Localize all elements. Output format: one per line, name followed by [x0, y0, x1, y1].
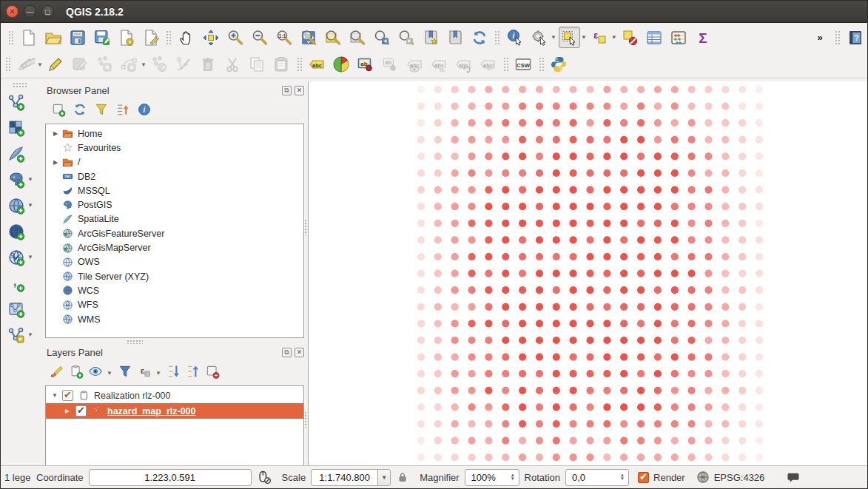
select-by-expression-button[interactable]: ε — [589, 27, 610, 48]
new-shapefile-layer-button[interactable] — [5, 324, 27, 345]
deselect-all-button[interactable] — [619, 27, 641, 48]
zoom-last-button[interactable] — [371, 27, 392, 48]
browser-item-db2[interactable]: DB2DB2 — [46, 169, 303, 183]
new-bookmark-button[interactable] — [420, 27, 441, 48]
toolbar-grip[interactable] — [539, 57, 544, 72]
browser-item-spatialite[interactable]: SpatiaLite — [46, 212, 303, 226]
layer-expand-arrow[interactable]: ▶ — [65, 408, 75, 414]
add-wfs-layer-button-dropdown[interactable]: ▼ — [27, 254, 33, 260]
layers-panel-close-button[interactable]: ✕ — [295, 348, 304, 357]
zoom-full-button[interactable] — [297, 27, 319, 48]
browser-item-arcgismapserver[interactable]: ArcGisMapServer — [46, 240, 303, 254]
add-vector-layer-button[interactable] — [5, 91, 27, 112]
coordinate-input[interactable]: 1.223,0.591 — [89, 469, 252, 486]
identify-button[interactable]: i — [504, 27, 525, 48]
add-mssql-layer-button[interactable] — [5, 195, 27, 216]
zoom-out-button[interactable] — [249, 27, 270, 48]
layer-group-row[interactable]: ▼ ✔ Realization rlz-000 — [46, 388, 303, 403]
add-raster-layer-button[interactable] — [5, 117, 27, 138]
statistics-button[interactable]: Σ — [693, 27, 714, 48]
browser-item-home[interactable]: ▶Home — [46, 127, 303, 141]
scale-lock-icon[interactable] — [397, 471, 408, 484]
add-group-button[interactable] — [69, 364, 84, 382]
select-features-button-dropdown[interactable]: ▼ — [581, 34, 587, 41]
toggle-editing-button[interactable] — [45, 54, 67, 75]
browser-item-tile-server-xyz-[interactable]: Tile Server (XYZ) — [46, 269, 303, 283]
new-shapefile-layer-button-dropdown[interactable]: ▼ — [27, 331, 33, 338]
scale-combobox[interactable]: 1:1.740.800▼ — [311, 469, 391, 486]
layer-styling-button[interactable] — [50, 364, 64, 382]
toolbar-grip[interactable] — [835, 30, 840, 45]
browser-tree[interactable]: ▶HomeFavourites▶/DB2DB2MSSQLPostGISSpati… — [45, 124, 304, 338]
show-bookmarks-button[interactable] — [444, 27, 465, 48]
collapse-all-button[interactable] — [115, 102, 130, 120]
group-visibility-checkbox[interactable]: ✔ — [62, 390, 73, 401]
pan-to-selection-button[interactable] — [200, 27, 221, 48]
browser-item-postgis[interactable]: PostGIS — [46, 198, 303, 212]
zoom-native-button[interactable]: 1:1 — [273, 27, 295, 48]
feature-action-button[interactable] — [528, 27, 550, 48]
browser-panel-float-button[interactable]: ⧉ — [282, 86, 292, 95]
messages-bubble-icon[interactable] — [785, 471, 801, 484]
window-minimize-button[interactable]: — — [24, 5, 36, 18]
field-calculator-button[interactable] — [668, 27, 690, 48]
circular-string-button-dropdown[interactable]: ▼ — [141, 61, 147, 68]
browser-item-mssql[interactable]: MSSQL — [46, 183, 303, 198]
pan-map-button[interactable] — [175, 27, 197, 48]
browser-item-wms[interactable]: WMS — [46, 312, 303, 326]
save-project-as-button[interactable] — [91, 27, 112, 48]
toolbar-grip[interactable] — [503, 57, 508, 72]
expand-arrow[interactable]: ▶ — [50, 130, 61, 137]
toolbar-grip[interactable] — [13, 82, 27, 87]
expand-all-button[interactable] — [166, 364, 181, 382]
diagram-button[interactable] — [331, 54, 352, 75]
refresh-browser-button[interactable] — [73, 102, 87, 120]
browser-item-arcgisfeatureserver[interactable]: ArcGisFeatureServer — [46, 226, 303, 240]
toolbar-grip[interactable] — [5, 57, 10, 72]
properties-widget-button[interactable]: i — [137, 102, 152, 120]
expression-filter-button-dropdown[interactable]: ▼ — [155, 370, 161, 377]
add-postgis-layer-button-dropdown[interactable]: ▼ — [27, 176, 33, 183]
new-project-button[interactable] — [18, 27, 39, 48]
browser-item-wcs[interactable]: WCS — [46, 283, 303, 297]
open-project-button[interactable] — [42, 27, 64, 48]
render-checkbox[interactable]: ✔ — [638, 472, 649, 483]
select-features-button[interactable] — [559, 27, 580, 48]
layers-panel-float-button[interactable]: ⧉ — [282, 348, 292, 357]
add-postgis-layer-button[interactable] — [5, 169, 27, 190]
new-composer-button[interactable] — [115, 27, 137, 48]
scale-dropdown-arrow[interactable]: ▼ — [377, 470, 390, 485]
zoom-to-layer-button[interactable] — [322, 27, 343, 48]
composer-manager-button[interactable] — [140, 27, 161, 48]
browser-item-wfs[interactable]: WFS — [46, 298, 303, 312]
metasearch-csw-button[interactable]: CSW — [513, 54, 534, 75]
zoom-next-button[interactable] — [395, 27, 417, 48]
zoom-in-button[interactable] — [224, 27, 246, 48]
save-project-button[interactable] — [67, 27, 88, 48]
add-delimited-text-button[interactable]: , — [5, 272, 27, 294]
add-db2-layer-button[interactable] — [5, 220, 27, 242]
feature-action-button-dropdown[interactable]: ▼ — [551, 34, 556, 41]
toolbar-grip[interactable] — [297, 57, 302, 72]
browser-panel-close-button[interactable]: ✕ — [295, 86, 304, 95]
current-edits-button-dropdown[interactable]: ▼ — [37, 61, 43, 68]
python-console-button[interactable] — [548, 54, 570, 75]
manage-visibility-button[interactable] — [88, 364, 103, 382]
layers-tree[interactable]: ▼ ✔ Realization rlz-000 ▶ ✔ hazard_map_r… — [45, 385, 304, 470]
browser-item-favourites[interactable]: Favourites — [46, 141, 303, 155]
add-selected-layers-button[interactable] — [51, 102, 66, 120]
attribute-table-button[interactable] — [644, 27, 665, 48]
filter-browser-button[interactable] — [94, 102, 109, 120]
group-collapse-arrow[interactable]: ▼ — [52, 392, 62, 399]
window-maximize-button[interactable]: ◻ — [41, 5, 54, 18]
window-close-button[interactable]: ✕ — [6, 5, 18, 18]
browser-item--[interactable]: ▶/ — [46, 155, 303, 169]
layer-visibility-checkbox[interactable]: ✔ — [75, 405, 87, 417]
map-canvas[interactable] — [308, 81, 868, 467]
browser-item-ows[interactable]: OWS — [46, 255, 303, 269]
expression-filter-button[interactable]: ε — [137, 364, 152, 382]
layer-row-selected[interactable]: ▶ ✔ hazard_map_rlz-000 — [46, 403, 303, 419]
rotation-spinbox[interactable]: 0,0▲▼ — [565, 469, 629, 486]
mouse-position-toggle-icon[interactable] — [256, 470, 272, 485]
panel-splitter-handle[interactable] — [127, 340, 143, 344]
